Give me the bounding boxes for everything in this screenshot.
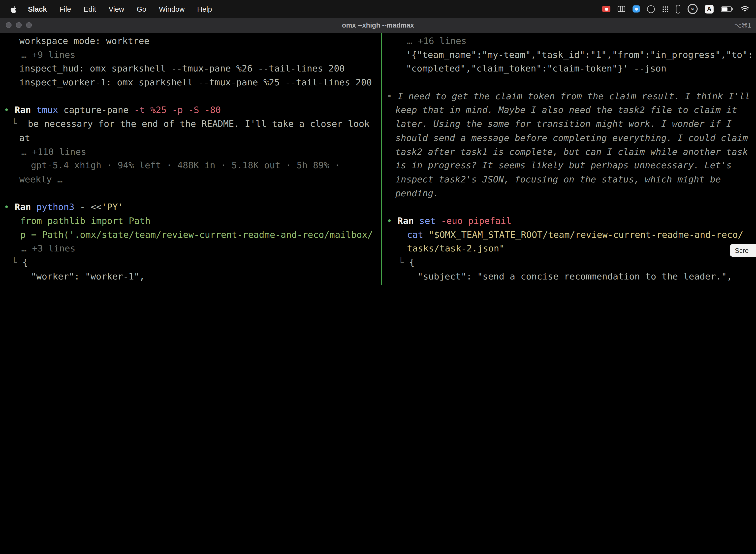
terminal-line: should send a message before completing …	[383, 131, 756, 145]
terminal-line	[0, 186, 381, 200]
terminal-line: is in progress? It seems likely but perh…	[383, 159, 756, 173]
terminal-line	[0, 90, 381, 104]
terminal-line: from pathlib import Path	[0, 214, 381, 228]
capsule-app-icon[interactable]	[676, 4, 680, 13]
screen-share-tooltip: Scre	[730, 244, 756, 257]
terminal-line: keep that in mind. Maybe I also need the…	[383, 104, 756, 117]
terminal-line: … +16 lines	[383, 34, 756, 48]
terminal-line: at	[0, 131, 381, 145]
terminal-line: … +110 lines	[0, 145, 381, 159]
terminal-line: gpt-5.4 xhigh · 94% left · 488K in · 5.1…	[0, 159, 381, 173]
terminal-line: "subject": "send a concise recommendatio…	[383, 270, 756, 283]
wifi-icon[interactable]	[741, 5, 749, 12]
tmux-pane-divider	[381, 33, 382, 285]
menu-bar-status-icons: 61 A	[602, 4, 756, 14]
screen: Slack FileEditViewGoWindowHelp 61 A	[0, 0, 756, 285]
terminal-line: '{"team_name":"my-team","task_id":"1","f…	[383, 48, 756, 62]
battery-icon[interactable]	[721, 6, 734, 12]
terminal-line: … +3 lines	[0, 242, 381, 256]
terminal[interactable]: workspace_mode: worktree… +9 linesinspec…	[0, 33, 756, 285]
terminal-line: • Ran set -euo pipefail	[383, 214, 756, 228]
app-menu-slack[interactable]: Slack	[28, 5, 47, 13]
terminal-line: p = Path('.omx/state/team/review-current…	[0, 228, 381, 242]
menu-item-go[interactable]: Go	[137, 5, 146, 13]
terminal-line: later. Using the same for transition mig…	[383, 117, 756, 131]
terminal-line	[383, 200, 756, 214]
terminal-line: • I need to get the claim token from the…	[383, 90, 756, 104]
tmux-pane-worker-right[interactable]: … +16 lines'{"team_name":"my-team","task…	[383, 33, 756, 285]
menu-item-view[interactable]: View	[109, 5, 124, 13]
apple-menu[interactable]	[11, 5, 17, 13]
menu-bar-left: Slack FileEditViewGoWindowHelp	[0, 5, 212, 13]
grid-app-icon[interactable]	[618, 6, 625, 12]
terminal-line: weekly …	[0, 173, 381, 187]
terminal-line: cat "$OMX_TEAM_STATE_ROOT/team/review-cu…	[383, 228, 756, 242]
window-title-bar[interactable]: omx --xhigh --madmax ⌥⌘1	[0, 18, 756, 33]
gauge-value: 61	[691, 7, 694, 11]
terminal-line: └ {	[0, 256, 381, 270]
tmux-pane-worker-left[interactable]: workspace_mode: worktree… +9 linesinspec…	[0, 33, 381, 285]
menu-item-window[interactable]: Window	[159, 5, 185, 13]
dots-grid-icon[interactable]	[662, 5, 669, 12]
terminal-line	[383, 76, 756, 90]
menu-item-file[interactable]: File	[59, 5, 71, 13]
terminal-line: "completed","claim_token":"claim-token"}…	[383, 62, 756, 76]
terminal-line: … +9 lines	[0, 283, 381, 285]
input-source-icon[interactable]: A	[705, 4, 713, 13]
terminal-line: inspect_worker-1: omx sparkshell --tmux-…	[0, 76, 381, 90]
terminal-line: … +7 lines	[383, 283, 756, 285]
menu-items: FileEditViewGoWindowHelp	[59, 5, 212, 13]
circle-app-icon[interactable]	[647, 5, 655, 13]
menu-item-help[interactable]: Help	[197, 5, 212, 13]
window-shortcut: ⌥⌘1	[734, 18, 751, 33]
terminal-line: "worker": "worker-1",	[0, 270, 381, 283]
terminal-line: task2 after task1 is complete, but can I…	[383, 145, 756, 159]
terminal-line: inspect task2's JSON, focusing on the st…	[383, 173, 756, 187]
terminal-line: pending.	[383, 186, 756, 200]
terminal-line: workspace_mode: worktree	[0, 34, 381, 48]
terminal-line: … +9 lines	[0, 48, 381, 62]
terminal-line: inspect_hud: omx sparkshell --tmux-pane …	[0, 62, 381, 76]
terminal-line: • Ran python3 - <<'PY'	[0, 200, 381, 214]
terminal-line: └ {	[383, 256, 756, 270]
terminal-line: • Ran tmux capture-pane -t %25 -p -S -80	[0, 104, 381, 117]
screen-recording-icon[interactable]	[602, 6, 611, 12]
battery-percent-gauge[interactable]: 61	[688, 4, 698, 14]
menu-bar: Slack FileEditViewGoWindowHelp 61 A	[0, 0, 756, 18]
terminal-line: tasks/task-2.json"	[383, 242, 756, 256]
menu-item-edit[interactable]: Edit	[83, 5, 96, 13]
apple-icon	[11, 5, 17, 13]
blue-app-icon[interactable]	[632, 5, 640, 12]
window-title: omx --xhigh --madmax	[0, 18, 756, 33]
terminal-line: └ be necessary for the end of the README…	[0, 117, 381, 131]
